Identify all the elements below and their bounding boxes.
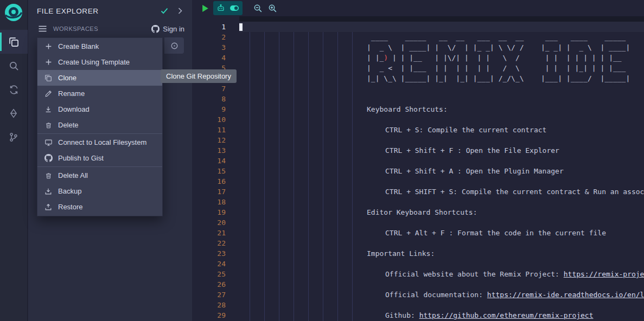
clone-tooltip: Clone Git Repository [161,69,237,83]
menu-item-download[interactable]: Download [37,101,162,117]
plus-icon [44,43,53,50]
menu-item-label: Connect to Local Filesystem [58,138,146,146]
check-icon[interactable] [161,8,168,14]
menu-item-connect-to-local-filesystem[interactable]: Connect to Local Filesystem [37,134,162,150]
github-icon [151,25,160,33]
sidebar-icons [0,30,28,149]
editor-line-7[interactable] [239,84,644,94]
menu-item-delete-all[interactable]: Delete All [37,168,162,183]
remix-logo[interactable] [4,4,23,23]
editor-gutter: 1234567891011121314151617181920212223242… [192,22,226,321]
editor-content[interactable]: ____ _____ __ __ ___ __ __ ___ ____ ____… [239,22,644,321]
editor-line-14[interactable] [239,156,644,166]
sidebar-item-deploy-run[interactable] [0,101,28,125]
editor-line-21[interactable]: CTRL + Alt + F : Format the code in the … [239,228,644,238]
editor-line-16[interactable] [239,176,644,187]
editor-line-4[interactable]: | |_) | | |__ | |\/| | | | \ / | | | | |… [239,53,644,63]
editor-line-22[interactable] [239,238,644,248]
sidebar-item-git[interactable] [0,125,28,149]
editor-line-27[interactable]: Official documentation: https://remix-id… [239,290,644,300]
menu-item-rename[interactable]: Rename [37,86,162,101]
editor-line-11[interactable]: CTRL + S: Compile the current contract [239,125,644,135]
editor-line-15[interactable]: CTRL + Shift + A : Open the Plugin Manag… [239,166,644,176]
editor-line-20[interactable] [239,217,644,228]
line-number: 15 [192,166,226,176]
editor-line-6[interactable]: |_| \_\ |_____| |_| |_| |___| /_/\_\ |__… [239,73,644,84]
menu-item-publish-to-gist[interactable]: Publish to Gist [37,150,162,166]
editor-line-25[interactable]: Official website about the Remix Project… [239,269,644,279]
trash-icon [44,172,53,179]
menu-item-create-blank[interactable]: Create Blank [37,38,162,54]
sidebar-item-file-explorer[interactable] [0,30,28,54]
line-number: 8 [192,94,226,104]
remix-ai-icon [216,4,225,12]
menu-item-delete[interactable]: Delete [37,117,162,133]
trash-icon [44,121,53,129]
editor-line-2[interactable]: ____ _____ __ __ ___ __ __ ___ ____ ____… [239,32,644,42]
line-number: 4 [192,53,226,63]
editor-line-18[interactable] [239,197,644,207]
editor-line-5[interactable]: | _ < | |___ | | | | | | / \ | | | |_| |… [239,63,644,73]
file-explorer-panel: FILE EXPLORER WORKSPACES Sign in Create … [28,0,192,321]
line-number: 23 [192,248,226,259]
icon-sidebar [0,0,28,321]
sign-in-button[interactable]: Sign in [151,25,184,33]
menu-item-label: Rename [58,89,85,98]
link[interactable]: https://remix-ide.readthedocs.io/en/late… [487,291,644,299]
link[interactable]: https://github.com/ethereum/remix-projec… [419,311,594,319]
plus-icon [44,59,53,66]
search-icon [9,61,19,71]
editor-line-19[interactable]: Editor Keyboard Shortcuts: [239,207,644,217]
sidebar-item-solidity-compiler[interactable] [0,78,28,101]
line-number: 11 [192,125,226,135]
workspaces-row: WORKSPACES Sign in [28,22,192,36]
hamburger-menu-icon[interactable] [38,25,47,33]
workspace-options-button[interactable] [164,37,184,54]
menu-item-label: Create Using Template [58,58,130,66]
run-script-icon[interactable] [202,4,209,12]
file-explorer-icon [8,36,19,47]
line-number: 22 [192,238,226,248]
editor-line-3[interactable]: | _ \ | ____| | \/ | |_ _| \ \/ / |_ _| … [239,42,644,53]
menu-divider [37,166,162,167]
editor-line-26[interactable] [239,279,644,290]
editor-line-1[interactable] [239,22,644,32]
editor-line-12[interactable] [239,135,644,145]
zoom-in-icon[interactable] [268,4,277,13]
editor-line-24[interactable] [239,259,644,269]
sidebar-item-search[interactable] [0,54,28,78]
circle-icon [170,42,178,50]
menu-item-label: Create Blank [58,42,99,50]
menu-divider [37,133,162,134]
menu-item-clone[interactable]: Clone [37,70,162,86]
line-number: 2 [192,32,226,42]
line-number: 13 [192,145,226,156]
remix-ai-copilot-group[interactable] [213,1,243,15]
menu-item-create-using-template[interactable]: Create Using Template [37,54,162,70]
link[interactable]: https://remix-project.org/ [564,270,644,278]
line-number: 12 [192,135,226,145]
editor-line-23[interactable]: Important Links: [239,248,644,259]
zoom-out-icon[interactable] [253,4,263,13]
editor-line-29[interactable]: Github: https://github.com/ethereum/remi… [239,310,644,320]
menu-item-label: Publish to Gist [58,154,104,162]
editor-line-9[interactable]: Keyboard Shortcuts: [239,104,644,114]
menu-item-label: Clone [58,74,76,82]
menu-item-label: Delete All [58,171,88,179]
editor-line-8[interactable] [239,94,644,104]
tooltip-text: Clone Git Repository [166,72,231,80]
line-number: 20 [192,217,226,228]
clone-icon [44,74,53,82]
editor-line-17[interactable]: CTRL + SHIFT + S: Compile the current co… [239,187,644,197]
editor-line-28[interactable] [239,300,644,310]
menu-item-label: Backup [58,187,81,195]
menu-item-backup[interactable]: Backup [37,183,162,199]
menu-item-restore[interactable]: Restore [37,199,162,215]
line-number: 3 [192,42,226,53]
editor-line-10[interactable] [239,114,644,125]
remix-logo-icon [4,3,23,24]
pencil-icon [44,90,53,98]
workspaces-label: WORKSPACES [53,25,98,32]
chevron-right-icon[interactable] [178,8,182,14]
editor-line-13[interactable]: CTRL + Shift + F : Open the File Explore… [239,145,644,156]
